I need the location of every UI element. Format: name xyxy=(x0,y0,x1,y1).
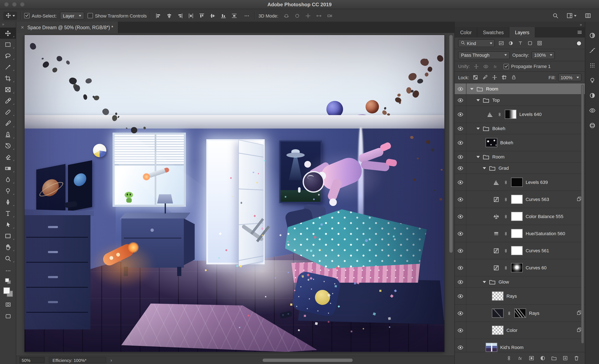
layer-row-color[interactable]: Color xyxy=(455,322,585,339)
visibility-eye-icon[interactable] xyxy=(455,163,467,173)
status-expand-chevron[interactable]: › xyxy=(110,357,112,363)
layer-row-curves-60[interactable]: Curves 60 xyxy=(455,259,585,276)
layer-mask-thumbnail[interactable] xyxy=(505,110,516,119)
crop-tool[interactable] xyxy=(0,72,16,84)
edit-toolbar-button[interactable] xyxy=(3,266,12,275)
align-vertical-centers-icon[interactable] xyxy=(208,11,217,20)
zoom-tool[interactable] xyxy=(0,253,16,264)
align-horizontal-centers-icon[interactable] xyxy=(165,11,174,20)
auto-select-mode-select[interactable]: Layer xyxy=(60,12,84,20)
share-layout-icon[interactable] xyxy=(583,11,592,20)
layer-row-bokeh[interactable]: Bokeh xyxy=(455,134,585,151)
layer-row-room[interactable]: Room xyxy=(455,83,585,95)
expand-caret-icon[interactable] xyxy=(476,99,480,101)
dodge-tool[interactable] xyxy=(0,185,16,196)
color-panel-icon[interactable] xyxy=(587,31,597,40)
visibility-eye-icon[interactable] xyxy=(455,288,467,304)
workspace-switcher-icon[interactable] xyxy=(565,11,578,20)
brush-tool[interactable] xyxy=(0,118,16,129)
patterns-panel-icon[interactable] xyxy=(587,61,597,70)
3d-orbit-icon[interactable] xyxy=(282,11,291,20)
layer-row-rays[interactable]: Rays xyxy=(455,288,585,305)
new-layer-button[interactable] xyxy=(562,355,568,361)
screen-mode-button[interactable] xyxy=(3,312,12,320)
filter-type-layers-icon[interactable] xyxy=(516,39,524,47)
layer-thumbnail[interactable] xyxy=(486,138,497,147)
layer-row-bokeh[interactable]: Bokeh xyxy=(455,123,585,134)
auto-select-checkbox[interactable]: Auto-Select: xyxy=(24,13,57,18)
3d-camera-icon[interactable] xyxy=(325,11,334,20)
delete-layer-button[interactable] xyxy=(573,355,579,361)
filter-toggle-switch[interactable] xyxy=(576,41,581,46)
layer-thumbnail[interactable] xyxy=(492,292,503,301)
collapse-panels-button[interactable]: » xyxy=(580,22,582,27)
layer-effects-button[interactable]: fx xyxy=(517,355,523,361)
new-adjustment-layer-button[interactable] xyxy=(540,355,546,361)
lock-all-icon[interactable] xyxy=(510,74,518,81)
frame-tool[interactable] xyxy=(0,84,16,95)
blend-mode-select[interactable]: Pass Through xyxy=(458,51,510,59)
lock-image-icon[interactable] xyxy=(481,74,489,81)
visibility-eye-icon[interactable] xyxy=(455,339,467,352)
visibility-eye-icon[interactable] xyxy=(455,305,467,321)
efficiency-indicator[interactable]: Efficiency: 100%* xyxy=(49,357,106,363)
visibility-eye-icon[interactable] xyxy=(455,83,467,94)
canvas-image[interactable] xyxy=(25,35,444,352)
adjustments-panel-icon[interactable] xyxy=(587,91,597,100)
distribute-horizontal-icon[interactable] xyxy=(186,11,195,20)
quick-mask-button[interactable] xyxy=(3,300,12,309)
expand-caret-icon[interactable] xyxy=(470,88,474,90)
visibility-eye-icon[interactable] xyxy=(455,276,467,287)
layer-row-grad[interactable]: Grad xyxy=(455,163,585,174)
expand-tools-button[interactable]: » xyxy=(0,22,16,27)
visibility-eye-icon[interactable] xyxy=(455,208,467,225)
expand-caret-icon[interactable] xyxy=(483,167,486,169)
layer-row-levels-640[interactable]: Levels 640 xyxy=(455,106,585,123)
align-left-edges-icon[interactable] xyxy=(154,11,163,20)
visibility-eye-icon[interactable] xyxy=(455,174,467,191)
current-tool-indicator[interactable] xyxy=(3,11,17,20)
visibility-eye-icon[interactable] xyxy=(455,151,467,162)
zoom-level-field[interactable]: 50% xyxy=(20,357,44,363)
layer-row-levels-639[interactable]: Levels 639 xyxy=(455,174,585,191)
align-right-edges-icon[interactable] xyxy=(176,11,185,20)
visibility-eye-icon[interactable] xyxy=(455,259,467,276)
layers-scrollbar[interactable] xyxy=(581,84,584,351)
visibility-eye-icon[interactable] xyxy=(455,322,467,338)
align-bottom-edges-icon[interactable] xyxy=(219,11,228,20)
new-group-button[interactable] xyxy=(551,355,557,361)
default-colors-icon[interactable] xyxy=(5,278,11,284)
history-brush-tool[interactable] xyxy=(0,140,16,151)
layer-row-kid-s-room[interactable]: Kid's Room xyxy=(455,339,585,352)
expand-caret-icon[interactable] xyxy=(476,127,480,129)
pen-tool[interactable] xyxy=(0,196,16,208)
align-top-edges-icon[interactable] xyxy=(197,11,206,20)
layer-mask-thumbnail[interactable] xyxy=(511,263,523,272)
layer-thumbnail[interactable] xyxy=(486,343,497,352)
filter-kind-select[interactable]: Kind xyxy=(458,39,495,47)
clone-source-panel-icon[interactable] xyxy=(587,106,597,115)
layer-row-curves-561[interactable]: Curves 561 xyxy=(455,242,585,259)
distribute-vertical-icon[interactable] xyxy=(230,11,239,20)
link-layers-button[interactable] xyxy=(506,355,512,361)
gradient-tool[interactable] xyxy=(0,163,16,174)
unify-style-icon[interactable]: fx xyxy=(492,62,499,70)
canvas-vertical-scrollbar[interactable] xyxy=(449,35,453,346)
layer-row-rays[interactable]: Rays xyxy=(455,305,585,322)
tab-color[interactable]: Color xyxy=(455,27,477,37)
visibility-eye-icon[interactable] xyxy=(455,242,467,259)
spot-healing-tool[interactable] xyxy=(0,106,16,118)
canvas-horizontal-scrollbar[interactable] xyxy=(116,357,449,363)
more-align-options-button[interactable] xyxy=(242,11,251,20)
filter-adjustment-layers-icon[interactable] xyxy=(507,39,515,47)
layer-thumbnail[interactable] xyxy=(492,326,503,335)
magic-wand-tool[interactable] xyxy=(0,61,16,72)
visibility-eye-icon[interactable] xyxy=(455,191,467,208)
rectangular-marquee-tool[interactable] xyxy=(0,39,16,50)
move-tool[interactable] xyxy=(0,27,16,39)
layer-row-glow[interactable]: Glow xyxy=(455,276,585,288)
filter-smart-objects-icon[interactable] xyxy=(536,39,544,47)
layer-mask-thumbnail[interactable] xyxy=(511,195,523,204)
close-tab-icon[interactable]: × xyxy=(21,25,24,30)
learn-panel-icon[interactable] xyxy=(587,76,597,85)
